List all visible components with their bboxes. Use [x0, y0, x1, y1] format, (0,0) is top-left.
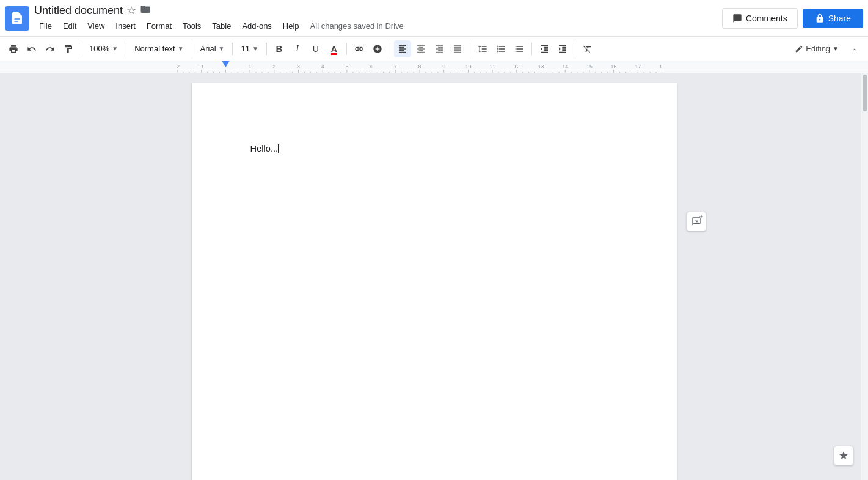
toolbar-right: Editing ▼ [790, 40, 863, 57]
ai-assist-button[interactable] [834, 446, 853, 465]
italic-label: I [296, 43, 299, 54]
font-value: Arial [200, 44, 216, 53]
underline-label: U [313, 44, 319, 54]
size-value: 11 [241, 44, 249, 53]
style-value: Normal text [134, 44, 175, 53]
menu-view[interactable]: View [82, 19, 109, 33]
print-button[interactable] [5, 40, 22, 57]
menu-insert[interactable]: Insert [111, 19, 140, 33]
align-center-button[interactable] [412, 40, 429, 57]
app-logo[interactable] [5, 6, 29, 31]
link-button[interactable] [351, 40, 368, 57]
divider-7 [390, 43, 390, 55]
text-color-button[interactable]: A [326, 40, 343, 57]
share-label: Share [828, 13, 851, 23]
menu-table[interactable]: Table [207, 19, 236, 33]
divider-6 [346, 43, 347, 55]
clear-format-button[interactable] [579, 40, 596, 57]
zoom-value: 100% [89, 44, 109, 53]
underline-button[interactable]: U [307, 40, 324, 57]
divider-1 [81, 43, 81, 55]
indent-increase-button[interactable] [554, 40, 571, 57]
italic-button[interactable]: I [289, 40, 306, 57]
undo-button[interactable] [23, 40, 40, 57]
document-page: Hello... [192, 83, 677, 480]
comments-label: Comments [746, 13, 787, 23]
share-button[interactable]: Share [803, 9, 863, 28]
title-bar: Untitled document ☆ File Edit View Inser… [0, 0, 868, 37]
divider-3 [192, 43, 192, 55]
divider-10 [575, 43, 575, 55]
text-color-icon: A [331, 44, 337, 54]
editing-mode-button[interactable]: Editing ▼ [790, 42, 844, 56]
menu-tools[interactable]: Tools [178, 19, 206, 33]
divider-4 [232, 43, 233, 55]
align-right-button[interactable] [431, 40, 448, 57]
menu-bar: File Edit View Insert Format Tools Table… [34, 19, 722, 33]
divider-2 [126, 43, 126, 55]
collapse-toolbar-button[interactable] [846, 40, 863, 57]
comments-button[interactable]: Comments [722, 8, 798, 29]
toolbar: 100% ▼ Normal text ▼ Arial ▼ 11 ▼ B I U … [0, 37, 868, 61]
unordered-list-button[interactable] [511, 40, 528, 57]
menu-file[interactable]: File [34, 19, 57, 33]
style-arrow: ▼ [178, 45, 184, 52]
title-section: Untitled document ☆ File Edit View Inser… [34, 4, 722, 33]
editing-arrow: ▼ [833, 45, 839, 52]
paintformat-button[interactable] [60, 40, 77, 57]
bold-button[interactable]: B [271, 40, 288, 57]
menu-help[interactable]: Help [278, 19, 304, 33]
document-area: Hello... [0, 73, 868, 480]
content-text: Hello... [250, 144, 279, 153]
justify-button[interactable] [449, 40, 466, 57]
style-dropdown[interactable]: Normal text ▼ [130, 40, 188, 57]
menu-edit[interactable]: Edit [58, 19, 81, 33]
title-row: Untitled document ☆ [34, 4, 722, 18]
ruler [0, 61, 868, 73]
document-content[interactable]: Hello... [250, 142, 618, 325]
divider-9 [531, 43, 532, 55]
text-cursor [278, 144, 279, 153]
vertical-scrollbar[interactable] [861, 73, 868, 480]
header-right: Comments Share [722, 8, 863, 29]
add-comment-button[interactable] [687, 212, 706, 231]
redo-button[interactable] [42, 40, 59, 57]
zoom-arrow: ▼ [112, 45, 118, 52]
font-dropdown[interactable]: Arial ▼ [196, 40, 229, 57]
size-arrow: ▼ [252, 45, 258, 52]
insert-button[interactable] [369, 40, 386, 57]
zoom-dropdown[interactable]: 100% ▼ [85, 40, 122, 57]
indent-decrease-button[interactable] [536, 40, 553, 57]
menu-format[interactable]: Format [142, 19, 177, 33]
document-canvas: Hello... [0, 73, 868, 480]
ruler-inner [177, 61, 662, 73]
font-arrow: ▼ [219, 45, 225, 52]
star-icon[interactable]: ☆ [126, 4, 136, 17]
scrollbar-thumb[interactable] [863, 75, 867, 111]
size-dropdown[interactable]: 11 ▼ [236, 40, 262, 57]
ordered-list-button[interactable] [492, 40, 509, 57]
editing-label: Editing [806, 44, 830, 53]
bold-label: B [275, 43, 282, 54]
align-left-button[interactable] [394, 40, 411, 57]
line-spacing-button[interactable] [474, 40, 491, 57]
divider-5 [266, 43, 267, 55]
menu-addons[interactable]: Add-ons [237, 19, 276, 33]
folder-icon[interactable] [140, 4, 151, 18]
divider-8 [470, 43, 470, 55]
document-title[interactable]: Untitled document [34, 4, 123, 17]
save-status: All changes saved in Drive [310, 21, 404, 31]
